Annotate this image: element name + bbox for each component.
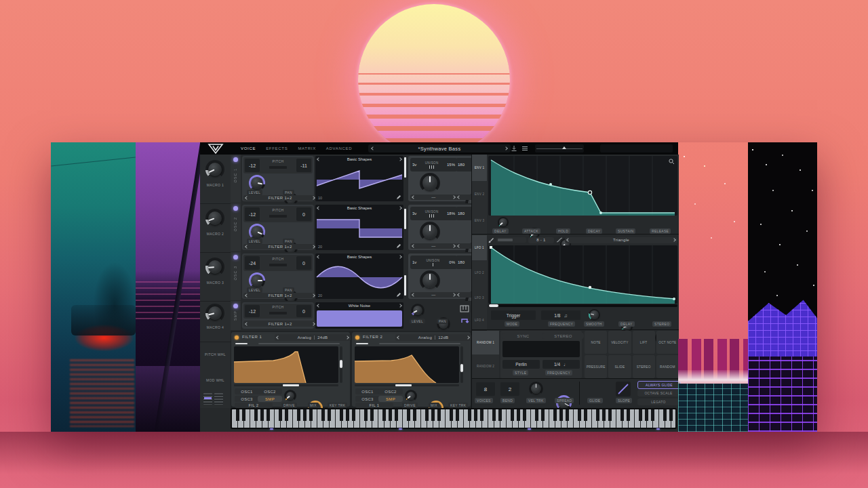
mod-source-stereo[interactable]: STEREO bbox=[633, 355, 655, 378]
filter1-power-toggle[interactable] bbox=[235, 336, 239, 340]
filter1-cutoff-track[interactable] bbox=[234, 384, 338, 386]
osc1-edit-pencil-icon[interactable] bbox=[396, 195, 401, 200]
osc3-filter-routing[interactable]: FILTER 1+2 bbox=[243, 293, 317, 298]
osc2-level-knob[interactable] bbox=[249, 224, 265, 240]
preset-next-icon[interactable] bbox=[504, 146, 508, 150]
osc1-transpose-value[interactable]: -12 bbox=[245, 159, 260, 172]
menu-icon[interactable] bbox=[521, 146, 528, 151]
filter1-model-selector[interactable]: Analog24dB bbox=[275, 334, 351, 341]
filter1-input-osc2[interactable]: OSC2 bbox=[258, 388, 282, 394]
osc2-frame-scrollbar[interactable] bbox=[404, 209, 406, 229]
osc1-power-toggle[interactable] bbox=[233, 157, 238, 162]
osc3-wavetable-display[interactable]: Basic Shapes 20 bbox=[315, 253, 403, 299]
osc2-pitch-bend-bar[interactable] bbox=[269, 215, 287, 218]
osc1-tune-value[interactable]: -11 bbox=[296, 159, 311, 172]
tab-env2[interactable]: ENV 2 bbox=[472, 181, 487, 208]
osc3-stereo-value[interactable]: 180 bbox=[458, 260, 465, 264]
keytrack-piano-icon[interactable] bbox=[460, 305, 469, 312]
voices-value[interactable]: 8 bbox=[476, 382, 495, 396]
lfo-phase-thumb[interactable] bbox=[489, 304, 498, 307]
lfo-display[interactable] bbox=[488, 245, 677, 304]
filter2-input-osc1[interactable]: OSC1 bbox=[355, 388, 380, 394]
envelope-zoom-icon[interactable] bbox=[669, 159, 675, 165]
octave-scale-button[interactable]: OCTAVE SCALE bbox=[637, 390, 679, 396]
lfo-paint-pattern[interactable] bbox=[496, 237, 526, 243]
filter1-resonance-thumb[interactable] bbox=[340, 360, 342, 368]
mod-source-random[interactable]: RANDOM bbox=[656, 355, 679, 378]
legato-button[interactable]: LEGATO bbox=[637, 399, 679, 405]
lfo-mode-value[interactable]: Trigger bbox=[491, 310, 536, 320]
veltrk-knob[interactable] bbox=[529, 382, 543, 396]
smp-power-toggle[interactable] bbox=[233, 304, 238, 308]
mod-source-note[interactable]: NOTE bbox=[585, 331, 607, 354]
osc1-unison-voices[interactable]: 3v bbox=[412, 163, 416, 167]
osc2-unison-detune[interactable]: 18% bbox=[447, 211, 455, 216]
filter2-response-display[interactable] bbox=[355, 346, 459, 383]
random-frequency-value[interactable]: 1/4♩ bbox=[542, 360, 580, 369]
osc2-transpose-value[interactable]: -12 bbox=[245, 207, 260, 221]
osc3-tune-value[interactable]: 0 bbox=[296, 256, 311, 270]
random-stereo-button[interactable]: STEREO bbox=[542, 333, 584, 339]
filter2-mini-slider[interactable] bbox=[356, 343, 368, 344]
pitch-wheel-label[interactable]: PITCH WHL bbox=[200, 352, 231, 357]
tab-random1[interactable]: RANDOM 1 bbox=[472, 331, 499, 355]
osc1-pitch-bend-bar[interactable] bbox=[269, 166, 287, 169]
osc3-frame-scrollbar[interactable] bbox=[404, 275, 406, 296]
filter2-model-selector[interactable]: Analog12dB bbox=[395, 334, 471, 341]
osc2-tune-value[interactable]: 0 bbox=[296, 207, 311, 221]
tab-voice[interactable]: VOICE bbox=[241, 146, 256, 150]
filter2-power-toggle[interactable] bbox=[355, 336, 359, 340]
osc3-level-knob[interactable] bbox=[249, 272, 265, 289]
filter1-mini-track[interactable] bbox=[258, 343, 340, 344]
macro2-knob[interactable] bbox=[205, 209, 224, 228]
lfo-paint-brush-icon[interactable] bbox=[488, 237, 494, 243]
black-keys[interactable] bbox=[232, 409, 675, 421]
filter2-resonance-track[interactable] bbox=[460, 346, 463, 383]
osc3-unison-voices[interactable]: 1v bbox=[412, 260, 416, 264]
lfo-smooth-toggle-icon[interactable] bbox=[556, 237, 563, 243]
filter2-cutoff-track[interactable] bbox=[355, 384, 459, 386]
filter2-input-smp-active[interactable]: SMP bbox=[378, 396, 403, 402]
osc2-edit-pencil-icon[interactable] bbox=[396, 243, 401, 249]
osc1-filter-routing[interactable]: FILTER 1+2 bbox=[243, 195, 317, 201]
smp-filter-routing[interactable]: FILTER 1+2 bbox=[243, 321, 317, 327]
tab-lfo1[interactable]: LFO 1 bbox=[472, 235, 487, 261]
mod-source-octnote[interactable]: OCT NOTE bbox=[656, 331, 679, 354]
lfo-grid-selector[interactable]: 8 - 1 bbox=[528, 237, 554, 243]
filter1-resonance-track[interactable] bbox=[340, 346, 342, 383]
filter2-input-osc2[interactable]: OSC2 bbox=[378, 388, 403, 394]
osc1-frame-scrollbar[interactable] bbox=[404, 157, 406, 178]
smp-sample-selector[interactable]: White Noise bbox=[315, 302, 403, 309]
osc2-wavetable-selector[interactable]: Basic Shapes bbox=[315, 205, 403, 211]
osc3-wavetable-selector[interactable]: Basic Shapes bbox=[315, 253, 403, 260]
osc1-unison-detune[interactable]: 15% bbox=[447, 163, 455, 167]
always-glide-button[interactable]: ALWAYS GLIDE bbox=[637, 381, 681, 389]
filter2-drive-knob[interactable] bbox=[405, 390, 417, 402]
lfo-phase-slider[interactable] bbox=[488, 304, 677, 307]
smp-level-knob[interactable] bbox=[411, 304, 425, 317]
smp-transpose-value[interactable]: -12 bbox=[245, 305, 260, 317]
filter2-mini-track[interactable] bbox=[379, 343, 460, 344]
osc3-morph1-selector[interactable]: — bbox=[410, 292, 457, 298]
mod-source-pressure[interactable]: PRESSURE bbox=[585, 355, 607, 378]
random-style-value[interactable]: Perlin bbox=[502, 360, 540, 369]
macro3-knob[interactable] bbox=[205, 258, 224, 277]
mod-wheel-label[interactable]: MOD WHL bbox=[200, 378, 231, 382]
tab-advanced[interactable]: ADVANCED bbox=[326, 146, 353, 150]
slope-control[interactable] bbox=[616, 382, 631, 396]
filter1-input-osc1[interactable]: OSC1 bbox=[235, 388, 259, 394]
osc2-wavetable-display[interactable]: Basic Shapes 20 bbox=[315, 205, 403, 250]
filter1-input-osc3[interactable]: OSC3 bbox=[235, 396, 259, 402]
tab-matrix[interactable]: MATRIX bbox=[298, 146, 315, 150]
mod-source-velocity[interactable]: VELOCITY bbox=[608, 331, 631, 354]
random-sync-button[interactable]: SYNC bbox=[502, 333, 544, 339]
osc2-morph1-selector[interactable]: — bbox=[410, 243, 457, 249]
bend-value[interactable]: 2 bbox=[500, 382, 519, 396]
env-delay-knob[interactable] bbox=[498, 217, 509, 228]
osc3-unison-detune[interactable]: 0% bbox=[449, 260, 455, 264]
filter1-mini-slider[interactable] bbox=[235, 343, 248, 344]
osc1-morph1-selector[interactable]: — bbox=[410, 195, 457, 200]
osc2-unison-voices[interactable]: 3v bbox=[412, 211, 416, 216]
mod-source-lift[interactable]: LIFT bbox=[633, 331, 655, 354]
macro1-knob[interactable] bbox=[205, 160, 224, 179]
